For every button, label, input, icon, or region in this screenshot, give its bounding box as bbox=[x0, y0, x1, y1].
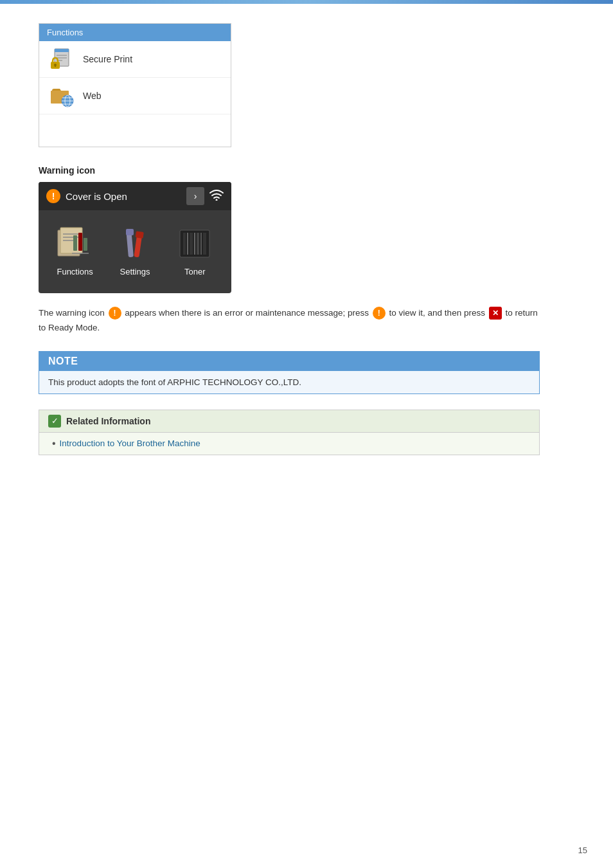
related-section: ✓ Related Information • Introduction to … bbox=[39, 410, 540, 455]
inline-warning-badge-1: ! bbox=[109, 307, 121, 320]
dark-icon-settings[interactable]: Settings bbox=[114, 226, 155, 276]
functions-icon-label: Functions bbox=[57, 267, 93, 276]
svg-rect-35 bbox=[203, 233, 206, 255]
dark-icon-toner[interactable]: Toner bbox=[174, 226, 215, 276]
bullet-dot: • bbox=[52, 438, 56, 449]
svg-rect-32 bbox=[194, 233, 195, 255]
svg-rect-7 bbox=[55, 65, 56, 67]
svg-rect-20 bbox=[73, 235, 77, 251]
check-icon: ✓ bbox=[48, 415, 61, 428]
svg-rect-1 bbox=[55, 49, 69, 52]
toner-icon-label: Toner bbox=[184, 267, 206, 276]
svg-rect-33 bbox=[197, 233, 199, 255]
related-title: Related Information bbox=[66, 416, 150, 426]
dark-icon-functions[interactable]: Functions bbox=[55, 226, 96, 276]
related-header: ✓ Related Information bbox=[39, 410, 539, 433]
secure-print-icon bbox=[48, 48, 74, 71]
dark-panel-title: Cover is Open bbox=[66, 191, 127, 202]
functions-icon bbox=[55, 226, 96, 262]
page-number: 15 bbox=[578, 845, 587, 855]
wifi-icon bbox=[209, 189, 224, 204]
secure-print-label: Secure Print bbox=[83, 54, 132, 64]
functions-panel-header: Functions bbox=[39, 24, 231, 41]
note-header: NOTE bbox=[39, 352, 539, 371]
functions-item-secure-print[interactable]: Secure Print bbox=[39, 41, 231, 78]
related-link[interactable]: Introduction to Your Brother Machine bbox=[60, 439, 200, 448]
note-body: This product adopts the font of ARPHIC T… bbox=[39, 371, 539, 393]
related-link-item: • Introduction to Your Brother Machine bbox=[52, 438, 526, 449]
functions-panel: Functions bbox=[39, 23, 231, 147]
functions-item-web[interactable]: Web bbox=[39, 78, 231, 114]
chevron-button[interactable]: › bbox=[186, 187, 204, 205]
web-icon bbox=[48, 84, 74, 107]
settings-icon bbox=[114, 226, 155, 262]
inline-warning-badge-2: ! bbox=[373, 307, 386, 320]
web-label: Web bbox=[83, 91, 102, 101]
dark-panel: ! Cover is Open › bbox=[39, 182, 231, 293]
svg-point-14 bbox=[216, 199, 218, 201]
svg-rect-30 bbox=[187, 233, 188, 255]
related-body: • Introduction to Your Brother Machine bbox=[39, 433, 539, 455]
settings-icon-label: Settings bbox=[120, 267, 150, 276]
svg-rect-31 bbox=[190, 233, 193, 255]
svg-rect-25 bbox=[126, 229, 134, 235]
svg-rect-34 bbox=[200, 233, 202, 255]
svg-rect-27 bbox=[136, 231, 144, 239]
inline-x-badge: ✕ bbox=[489, 307, 502, 320]
note-section: NOTE This product adopts the font of ARP… bbox=[39, 351, 540, 394]
svg-rect-21 bbox=[78, 233, 82, 251]
dark-panel-header: ! Cover is Open › bbox=[39, 182, 231, 210]
svg-rect-29 bbox=[183, 233, 186, 255]
warning-section-label: Warning icon bbox=[39, 165, 540, 176]
svg-rect-22 bbox=[84, 238, 87, 251]
toner-icon bbox=[174, 226, 215, 262]
dark-icons-row: Functions Settin bbox=[39, 210, 231, 283]
warning-description: The warning icon ! appears when there is… bbox=[39, 306, 540, 336]
warning-badge: ! bbox=[46, 189, 60, 203]
